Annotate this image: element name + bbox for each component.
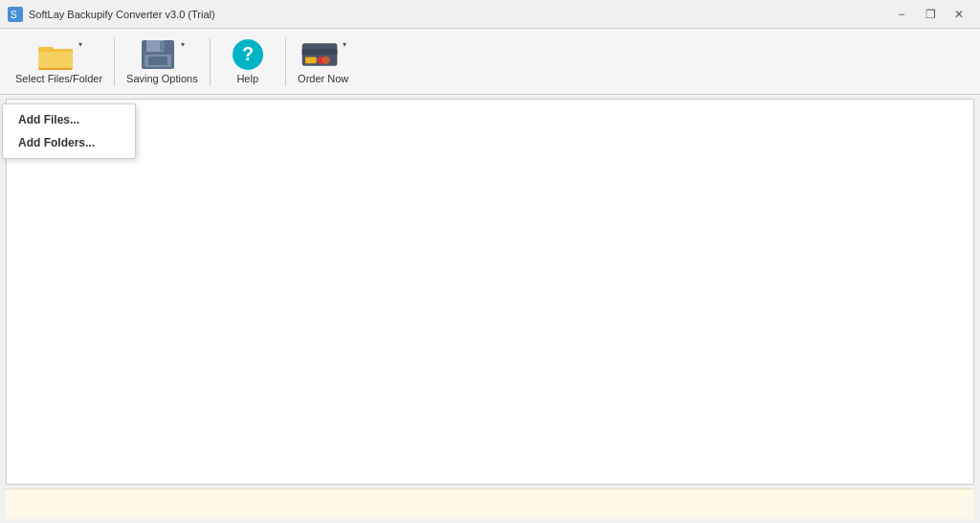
minimize-button[interactable]: −	[888, 5, 915, 24]
app-title: SoftLay Backupify Converter v3.0 (Trial)	[29, 9, 215, 20]
select-files-dropdown-arrow: ▾	[78, 40, 82, 49]
svg-rect-15	[305, 57, 317, 64]
toolbar-select-files[interactable]: ▾ Select Files/Folder	[8, 34, 110, 88]
separator-3	[285, 38, 286, 86]
help-icon: ?	[229, 38, 267, 71]
title-bar: S SoftLay Backupify Converter v3.0 (Tria…	[0, 0, 980, 29]
floppy-icon	[139, 38, 177, 71]
select-files-label: Select Files/Folder	[15, 73, 102, 84]
separator-2	[210, 38, 211, 86]
creditcard-icon	[301, 38, 339, 71]
folder-icon	[36, 38, 75, 71]
app-icon: S	[8, 7, 23, 22]
toolbar-help[interactable]: ? Help	[214, 34, 281, 88]
toolbar-order-now[interactable]: ▾ Order Now	[290, 34, 357, 88]
svg-rect-14	[301, 49, 337, 55]
close-button[interactable]: ✕	[946, 5, 972, 24]
svg-point-17	[322, 57, 329, 64]
saving-options-dropdown-arrow: ▾	[181, 40, 185, 49]
add-files-item[interactable]: Add Files...	[3, 108, 135, 131]
svg-rect-8	[160, 41, 165, 51]
toolbar: ▾ Select Files/Folder ▾ Saving Options ?	[0, 29, 980, 95]
status-bar	[6, 489, 974, 519]
restore-button[interactable]: ❐	[917, 5, 944, 24]
order-now-dropdown-arrow: ▾	[343, 40, 346, 49]
help-label: Help	[236, 73, 258, 84]
saving-options-label: Saving Options	[126, 73, 198, 84]
svg-text:?: ?	[242, 43, 254, 64]
window-controls: − ❐ ✕	[888, 5, 972, 24]
svg-rect-5	[38, 52, 73, 68]
order-now-label: Order Now	[298, 73, 348, 84]
title-bar-left: S SoftLay Backupify Converter v3.0 (Tria…	[8, 7, 215, 22]
svg-text:S: S	[11, 10, 17, 20]
select-files-dropdown-menu: Add Files... Add Folders...	[2, 103, 136, 159]
toolbar-saving-options[interactable]: ▾ Saving Options	[119, 34, 206, 88]
add-folders-item[interactable]: Add Folders...	[3, 131, 135, 154]
svg-rect-10	[148, 57, 167, 65]
separator-1	[114, 38, 115, 86]
main-content-area	[6, 99, 974, 485]
